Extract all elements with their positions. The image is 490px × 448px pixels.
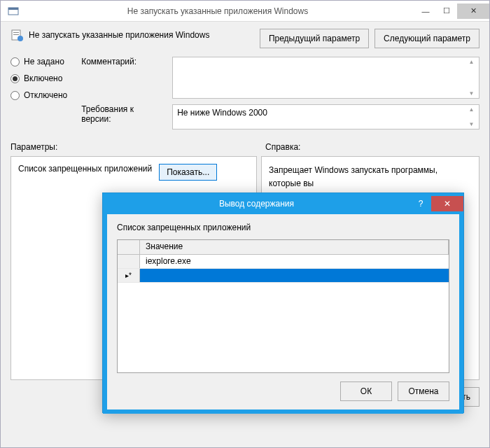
ok-button[interactable]: ОК <box>340 382 392 401</box>
params-label: Параметры: <box>10 142 254 152</box>
radio-enabled[interactable]: Включено <box>10 74 67 83</box>
window-controls: — ☐ ✕ <box>415 4 489 19</box>
table-row[interactable]: iexplore.exe <box>118 255 449 269</box>
version-value: Не ниже Windows 2000 <box>177 108 267 118</box>
radio-label: Отключено <box>24 90 67 100</box>
policy-icon <box>10 29 24 43</box>
help-text-line: Запрещает Windows запускать программы, к… <box>269 164 461 190</box>
row-header <box>118 255 140 268</box>
values-grid[interactable]: Значение iexplore.exe ▸* <box>117 239 449 373</box>
modal-titlebar: Вывод содержания ? ✕ <box>103 193 463 214</box>
svg-rect-3 <box>13 32 19 33</box>
scroll-down-icon: ▼ <box>465 90 477 97</box>
scroll-up-icon: ▲ <box>465 59 477 65</box>
version-label: Требования к версии: <box>81 104 165 130</box>
grid-cell-empty[interactable] <box>140 269 449 282</box>
window-icon <box>6 4 20 18</box>
modal-close-button[interactable]: ✕ <box>431 196 463 211</box>
modal-help-button[interactable]: ? <box>410 196 431 211</box>
cancel-button[interactable]: Отмена <box>398 382 449 401</box>
comment-textarea[interactable]: ▲▼ <box>172 57 479 99</box>
new-row-marker-icon: ▸* <box>118 269 140 282</box>
show-contents-dialog: Вывод содержания ? ✕ Список запрещенных … <box>102 192 464 413</box>
svg-point-5 <box>18 36 23 41</box>
maximize-button[interactable]: ☐ <box>436 4 457 19</box>
close-button[interactable]: ✕ <box>457 4 489 19</box>
policy-title: Не запускать указанные приложения Window… <box>29 29 255 40</box>
next-param-button[interactable]: Следующий параметр <box>374 29 479 48</box>
minimize-button[interactable]: — <box>415 4 436 19</box>
grid-column-header[interactable]: Значение <box>140 240 449 254</box>
radio-disabled[interactable]: Отключено <box>10 90 67 100</box>
scroll-up-icon: ▲ <box>465 106 477 113</box>
blocked-list-label: Список запрещенных приложений <box>18 164 152 174</box>
help-label: Справка: <box>265 142 300 152</box>
grid-cell[interactable]: iexplore.exe <box>140 255 449 268</box>
modal-title: Вывод содержания <box>103 199 410 209</box>
radio-label: Включено <box>24 74 62 83</box>
version-field: Не ниже Windows 2000 ▲▼ <box>172 104 479 130</box>
radio-icon <box>10 57 20 66</box>
comment-label: Комментарий: <box>81 57 165 99</box>
window-title: Не запускать указанные приложения Window… <box>20 6 415 16</box>
radio-icon <box>10 91 20 100</box>
table-row-new[interactable]: ▸* <box>118 269 449 283</box>
svg-rect-4 <box>13 34 19 35</box>
main-titlebar: Не запускать указанные приложения Window… <box>1 1 489 22</box>
scroll-down-icon: ▼ <box>465 121 477 127</box>
grid-corner <box>118 240 140 254</box>
previous-param-button[interactable]: Предыдущий параметр <box>260 29 369 48</box>
svg-rect-1 <box>8 8 18 10</box>
radio-icon <box>10 74 20 83</box>
radio-not-set[interactable]: Не задано <box>10 57 67 66</box>
radio-label: Не задано <box>24 57 64 66</box>
modal-list-label: Список запрещенных приложений <box>117 223 449 232</box>
show-button[interactable]: Показать... <box>159 164 217 181</box>
